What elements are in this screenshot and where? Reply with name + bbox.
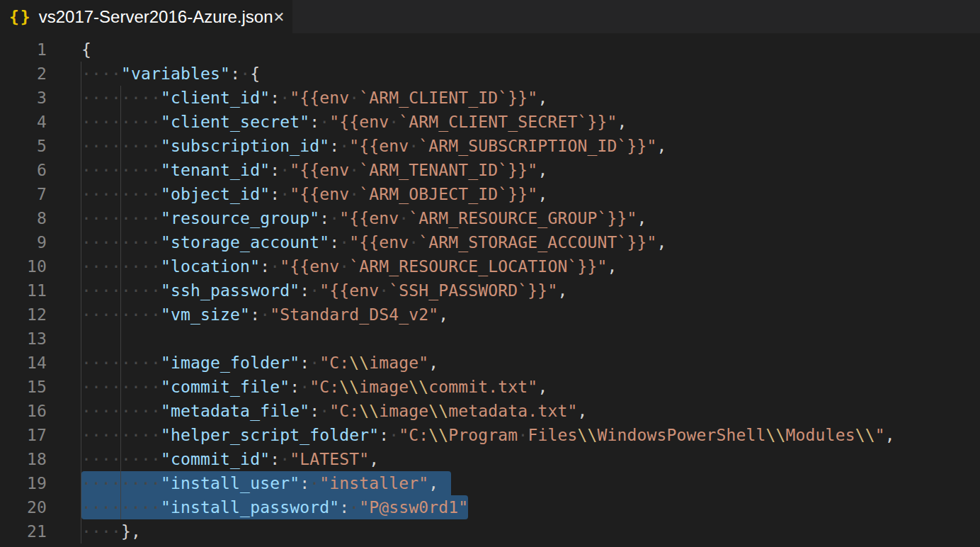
token-esc: \\ — [359, 402, 379, 420]
token-str: "Standard_DS4_v2" — [270, 305, 438, 324]
token-pun: : — [309, 113, 319, 131]
code-line[interactable]: 19········"install_user":·"installer", — [0, 471, 980, 495]
token-pun: : — [309, 402, 319, 420]
code-line[interactable]: 14········"image_folder":·"C:\\image", — [0, 351, 980, 375]
line-number[interactable]: 12 — [0, 303, 47, 327]
token-str: "LATEST" — [290, 450, 369, 468]
line-number[interactable]: 2 — [0, 62, 47, 86]
code-line[interactable]: 18········"commit_id":·"LATEST", — [0, 447, 980, 471]
line-number[interactable]: 21 — [0, 519, 47, 543]
token-key: "variables" — [121, 64, 230, 83]
code-content: ········"commit_file":·"C:\\image\\commi… — [81, 375, 547, 399]
token-key: "location" — [161, 257, 260, 276]
line-number[interactable]: 17 — [0, 423, 47, 447]
line-number[interactable]: 14 — [0, 351, 47, 375]
code-line[interactable]: 15········"commit_file":·"C:\\image\\com… — [0, 375, 980, 399]
line-number[interactable]: 10 — [0, 254, 47, 278]
token-esc: \\ — [428, 402, 448, 420]
whitespace-dots: · — [389, 426, 399, 444]
code-line[interactable]: 10········"location":·"{{env·`ARM_RESOUR… — [0, 254, 980, 278]
whitespace-dots: ········ — [81, 402, 161, 420]
code-line[interactable]: 12········"vm_size":·"Standard_DS4_v2", — [0, 303, 980, 327]
line-number[interactable]: 4 — [0, 110, 47, 134]
whitespace-dots: · — [319, 402, 329, 420]
token-key: "client_id" — [161, 89, 270, 107]
token-pun: , — [537, 161, 547, 179]
code-line[interactable]: 6········"tenant_id":·"{{env·`ARM_TENANT… — [0, 158, 980, 182]
whitespace-dots: · — [349, 498, 359, 517]
code-line[interactable]: 13 — [0, 327, 980, 351]
code-line[interactable]: 5········"subscription_id":·"{{env·`ARM_… — [0, 134, 980, 158]
token-pun: , — [537, 185, 547, 203]
whitespace-dots: · — [260, 305, 270, 324]
token-str: `ARM_RESOURCE_GROUP`}}" — [409, 209, 637, 227]
code-line[interactable]: 1{ — [0, 38, 980, 62]
line-number[interactable]: 7 — [0, 182, 47, 206]
token-str: "C: — [329, 402, 359, 420]
line-number[interactable]: 18 — [0, 447, 47, 471]
code-line[interactable]: 20········"install_password":·"P@ssw0rd1… — [0, 495, 980, 519]
token-str: commit.txt" — [428, 378, 537, 396]
token-pun: : — [329, 233, 339, 252]
code-line[interactable]: 8········"resource_group":·"{{env·`ARM_R… — [0, 206, 980, 230]
token-pun: : — [300, 474, 309, 492]
code-line[interactable]: 16········"metadata_file":·"C:\\image\\m… — [0, 399, 980, 423]
line-number[interactable]: 15 — [0, 375, 47, 399]
whitespace-dots: · — [409, 137, 418, 155]
code-content: ········"tenant_id":·"{{env·`ARM_TENANT_… — [81, 158, 547, 182]
token-pun: : — [270, 450, 280, 468]
line-number[interactable]: 11 — [0, 278, 47, 303]
code-content: ········"commit_id":·"LATEST", — [81, 447, 379, 471]
code-line[interactable]: 3········"client_id":·"{{env·`ARM_CLIENT… — [0, 86, 980, 110]
code-line[interactable]: 11········"ssh_password":·"{{env·`SSH_PA… — [0, 278, 980, 303]
token-pun: , — [557, 281, 567, 300]
token-pun: }, — [121, 522, 141, 541]
code-line[interactable]: 9········"storage_account":·"{{env·`ARM_… — [0, 230, 980, 254]
token-key: "commit_id" — [161, 450, 270, 468]
whitespace-dots: · — [309, 474, 319, 492]
code-line[interactable]: 17········"helper_script_folder":·"C:\\P… — [0, 423, 980, 447]
line-number[interactable]: 9 — [0, 230, 47, 254]
line-number[interactable]: 13 — [0, 327, 47, 351]
token-pun: : — [329, 137, 339, 155]
token-esc: \\ — [766, 426, 786, 444]
indent-guide — [81, 62, 81, 543]
whitespace-dots: · — [339, 257, 349, 276]
code-line[interactable]: 4········"client_secret":·"{{env·`ARM_CL… — [0, 110, 980, 134]
line-number[interactable]: 6 — [0, 158, 47, 182]
line-number[interactable]: 1 — [0, 38, 47, 62]
token-key: "image_folder" — [161, 354, 300, 372]
line-number[interactable]: 5 — [0, 134, 47, 158]
token-key: "commit_file" — [161, 378, 290, 396]
token-str: `ARM_SUBSCRIPTION_ID`}}" — [418, 137, 656, 155]
code-line[interactable]: 21····}, — [0, 519, 980, 543]
whitespace-dots: ········ — [81, 354, 161, 372]
whitespace-dots: · — [349, 161, 359, 179]
line-number[interactable]: 19 — [0, 471, 47, 495]
line-number[interactable]: 3 — [0, 86, 47, 110]
code-content: ········"ssh_password":·"{{env·`SSH_PASS… — [81, 278, 567, 303]
tab-vs2017-server2016-azure-json[interactable]: {} vs2017-Server2016-Azure.json ✕ — [0, 0, 292, 33]
whitespace-dots: · — [280, 185, 290, 203]
code-line[interactable]: 7········"object_id":·"{{env·`ARM_OBJECT… — [0, 182, 980, 206]
token-key: "vm_size" — [161, 305, 250, 324]
token-pun: , — [885, 426, 895, 444]
token-pun: : — [250, 305, 260, 324]
code-content: ········"vm_size":·"Standard_DS4_v2", — [81, 303, 448, 327]
line-number[interactable]: 20 — [0, 495, 47, 519]
token-esc: \\ — [409, 378, 428, 396]
code-editor[interactable]: 1{2····"variables":·{3········"client_id… — [0, 33, 980, 547]
whitespace-dots: ········ — [81, 378, 161, 396]
json-file-icon: {} — [9, 8, 32, 26]
token-str: "{{env — [319, 281, 379, 300]
line-number[interactable]: 16 — [0, 399, 47, 423]
code-content: ········"image_folder":·"C:\\image", — [81, 351, 438, 375]
code-line[interactable]: 2····"variables":·{ — [0, 62, 980, 86]
token-key: "install_password" — [161, 498, 339, 517]
line-number[interactable]: 8 — [0, 206, 47, 230]
whitespace-dots: ········ — [81, 113, 161, 131]
token-str: "C: — [309, 378, 339, 396]
tab-close-icon[interactable]: ✕ — [273, 10, 285, 24]
whitespace-dots: · — [329, 209, 339, 227]
token-pun: : — [300, 354, 309, 372]
